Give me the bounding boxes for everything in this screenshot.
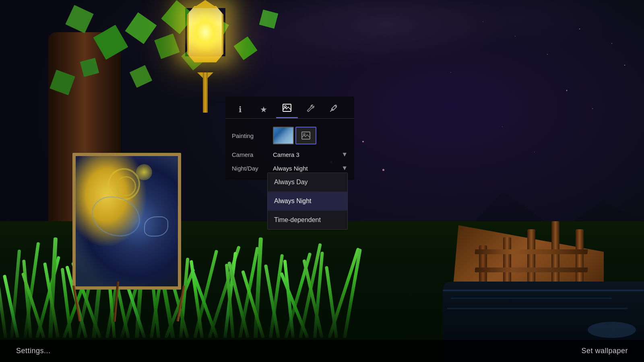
thumb-painting-image — [274, 128, 293, 144]
night-day-dropdown[interactable]: Always Night ▼ — [273, 165, 348, 172]
option-always-day[interactable]: Always Day — [268, 173, 347, 192]
tab-bar: ℹ ★ — [225, 97, 354, 119]
easel-leg-right — [176, 285, 185, 321]
grass-blade — [328, 247, 360, 338]
star-icon: ★ — [260, 105, 267, 114]
option-time-dependent[interactable]: Time-dependent — [268, 211, 347, 229]
settings-panel: ℹ ★ — [225, 97, 354, 180]
water-reflection-1 — [443, 290, 644, 291]
starry-night-painting — [76, 156, 178, 286]
night-day-row: Night/Day Always Night ▼ Always Day Alwa… — [232, 165, 348, 172]
painting-label: Painting — [232, 132, 268, 139]
fence-rail-top — [475, 249, 588, 254]
painting-frame — [72, 153, 181, 290]
lamp-post — [193, 0, 217, 113]
lamp-glow — [185, 8, 225, 56]
night-day-value: Always Night — [273, 165, 340, 172]
easel-container — [64, 153, 193, 322]
lamp-head — [177, 0, 233, 74]
tool-icon — [329, 104, 338, 115]
lamp-post-pole — [203, 72, 208, 113]
painting-thumb-group — [273, 127, 316, 144]
tab-tools[interactable] — [323, 101, 345, 118]
thumb-custom-image — [296, 128, 316, 144]
tab-info[interactable]: ℹ — [229, 101, 251, 118]
tab-image[interactable] — [276, 101, 298, 118]
wrench-icon — [306, 104, 315, 115]
grass-blade — [280, 272, 309, 338]
water-reflection-2 — [451, 298, 612, 299]
painting-thumb-custom[interactable] — [295, 127, 316, 144]
tab-star[interactable]: ★ — [253, 101, 275, 118]
water-glow — [588, 322, 636, 338]
painting-thumb-preset[interactable] — [273, 127, 294, 144]
camera-label: Camera — [232, 151, 268, 158]
water-reflection-3 — [447, 308, 628, 309]
panel-content: Painting Camera — [225, 119, 354, 180]
svg-rect-2 — [302, 132, 310, 139]
image-icon — [283, 103, 291, 114]
sparkle-3 — [382, 169, 384, 171]
night-day-arrow-icon: ▼ — [341, 165, 348, 172]
tab-settings[interactable] — [299, 101, 321, 118]
grass-blade — [191, 269, 219, 338]
night-day-menu: Always Day Always Night Time-dependent — [267, 173, 348, 230]
set-wallpaper-button[interactable]: Set wallpaper — [581, 347, 628, 355]
camera-row: Camera Camera 3 ▼ — [232, 151, 348, 158]
fence-rail-mid — [475, 267, 588, 272]
lamp-top — [193, 0, 217, 8]
info-icon: ℹ — [239, 105, 242, 114]
night-day-label: Night/Day — [232, 165, 268, 172]
easel-leg-left — [72, 285, 81, 321]
option-always-night[interactable]: Always Night — [268, 192, 347, 211]
camera-value: Camera 3 — [273, 151, 340, 158]
camera-dropdown[interactable]: Camera 3 ▼ — [273, 151, 348, 158]
svg-rect-0 — [283, 104, 291, 111]
painting-row: Painting — [232, 127, 348, 144]
camera-arrow-icon: ▼ — [341, 151, 348, 158]
bottom-bar: Settings... Set wallpaper — [0, 340, 644, 362]
settings-button[interactable]: Settings... — [16, 347, 51, 355]
sparkle-2 — [362, 141, 364, 142]
